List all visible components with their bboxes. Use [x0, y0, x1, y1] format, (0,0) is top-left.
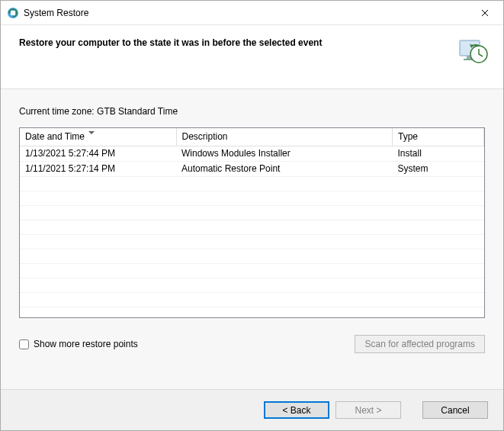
- table-row-empty: [20, 264, 484, 278]
- table-row-empty: [20, 206, 484, 220]
- table-row[interactable]: 1/13/2021 5:27:44 PMWindows Modules Inst…: [20, 146, 484, 162]
- column-header-description[interactable]: Description: [176, 128, 393, 146]
- show-more-checkbox[interactable]: Show more restore points: [19, 339, 138, 349]
- scan-affected-button[interactable]: Scan for affected programs: [355, 335, 485, 353]
- restore-clock-icon: [457, 36, 488, 66]
- cell-date: 1/13/2021 5:27:44 PM: [20, 146, 176, 162]
- system-restore-window: System Restore Restore your computer to …: [0, 0, 504, 431]
- table-row-empty: [20, 177, 484, 191]
- wizard-header: Restore your computer to the state it wa…: [1, 25, 503, 89]
- table-row-empty: [20, 191, 484, 206]
- timezone-label: Current time zone: GTB Standard Time: [19, 106, 485, 117]
- close-button[interactable]: [467, 2, 502, 24]
- table-row-empty: [20, 293, 484, 307]
- show-more-label: Show more restore points: [34, 339, 138, 349]
- show-more-checkbox-input[interactable]: [19, 339, 29, 349]
- page-heading: Restore your computer to the state it wa…: [19, 37, 322, 88]
- next-button[interactable]: Next >: [335, 401, 401, 419]
- titlebar: System Restore: [1, 1, 503, 25]
- restore-points-grid[interactable]: Date and Time Description Type 1/13/2021…: [19, 127, 485, 318]
- table-row-empty: [20, 278, 484, 293]
- table-row-empty: [20, 235, 484, 249]
- back-button[interactable]: < Back: [264, 401, 329, 419]
- wizard-body: Current time zone: GTB Standard Time Dat…: [1, 89, 503, 389]
- cell-type: Install: [393, 146, 484, 162]
- cell-date: 1/11/2021 5:27:14 PM: [20, 162, 176, 177]
- column-header-date[interactable]: Date and Time: [20, 128, 176, 146]
- system-restore-icon: [7, 7, 19, 19]
- svg-rect-1: [11, 11, 15, 15]
- cancel-button[interactable]: Cancel: [422, 401, 488, 419]
- table-row-empty: [20, 220, 484, 235]
- cell-desc: Windows Modules Installer: [176, 146, 393, 162]
- grid-toolbar: Show more restore points Scan for affect…: [19, 335, 485, 353]
- close-icon: [481, 9, 489, 17]
- grid-header-row: Date and Time Description Type: [20, 128, 484, 146]
- wizard-footer: < Back Next > Cancel: [1, 389, 503, 430]
- cell-desc: Automatic Restore Point: [176, 162, 393, 177]
- cell-type: System: [393, 162, 484, 177]
- window-title: System Restore: [24, 8, 467, 18]
- table-row[interactable]: 1/11/2021 5:27:14 PMAutomatic Restore Po…: [20, 162, 484, 177]
- column-header-type[interactable]: Type: [393, 128, 484, 146]
- table-row-empty: [20, 249, 484, 264]
